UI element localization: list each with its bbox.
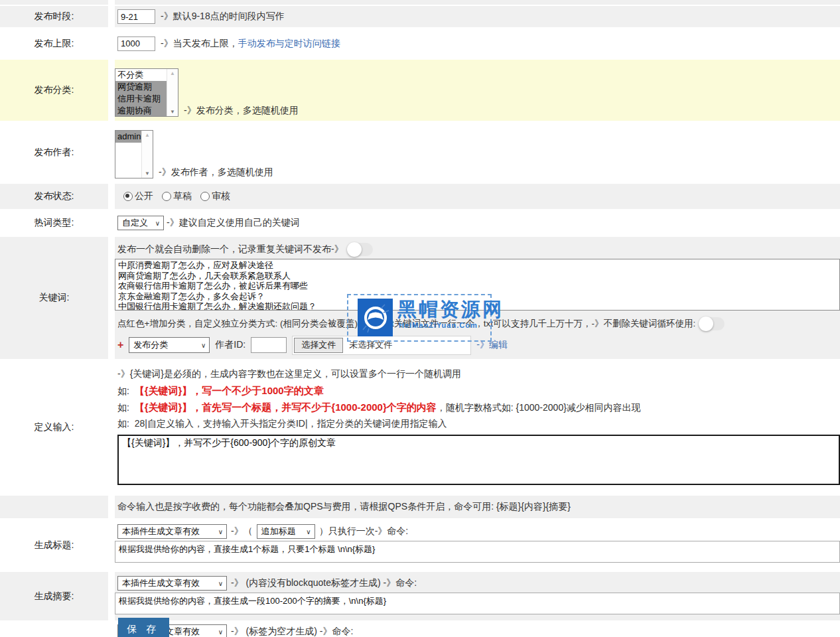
publish-author-content: admin ▲ ▼ -》发布作者，多选随机使用 bbox=[115, 122, 840, 182]
define-hint-line1: -》{关键词}是必须的，生成内容字数也在这里定义，可以设置多个一行一个随机调用 bbox=[117, 368, 840, 385]
gen-summary-mode-value: 本插件生成文章有效 bbox=[122, 577, 200, 589]
chevron-down-icon: ∨ bbox=[306, 528, 311, 535]
form-row-define-input: 定义输入: -》{关键词}是必须的，生成内容字数也在这里定义，可以设置多个一行一… bbox=[0, 360, 840, 494]
publish-time-desc: -》默认9-18点的时间段内写作 bbox=[161, 11, 285, 23]
define-input-content: -》{关键词}是必须的，生成内容字数也在这里定义，可以设置多个一行一个随机调用 … bbox=[115, 360, 840, 494]
publish-author-desc: -》发布作者，多选随机使用 bbox=[159, 167, 273, 178]
publish-category-multiselect[interactable]: 不分类 网贷逾期 信用卡逾期 逾期协商 ▲ ▼ bbox=[115, 68, 178, 117]
scroll-down-icon[interactable]: ▼ bbox=[170, 107, 175, 116]
radio-draft[interactable]: 草稿 bbox=[162, 190, 192, 202]
watermark-url: HeiMaoZiYuan.Com bbox=[399, 321, 478, 329]
define-example-1: 如: 【{关键词}】，写一个不少于1000字的文章 bbox=[117, 385, 840, 401]
gen-title-command-textarea[interactable]: 根据我提供给你的内容，直接生成1个标题，只要1个标题 \n\n{标题} bbox=[115, 541, 840, 563]
define-example-2: 如: 【{关键词}】，首先写一个标题，并写不少于{1000-2000}个字的内容… bbox=[117, 401, 840, 418]
scroll-down-icon[interactable]: ▼ bbox=[145, 169, 150, 178]
form-row-publish-category: 发布分类: 不分类 网贷逾期 信用卡逾期 逾期协商 ▲ ▼ -》发布分类，多选随… bbox=[0, 60, 840, 121]
chevron-down-icon: ∨ bbox=[218, 528, 223, 535]
keyword-category-select[interactable]: 发布分类 ∨ bbox=[129, 337, 210, 353]
example-2-rest: ，随机字数格式如: {1000-2000}减少相同内容出现 bbox=[437, 402, 641, 413]
radio-draft-label: 草稿 bbox=[173, 190, 192, 202]
watermark-logo-icon bbox=[358, 299, 393, 336]
watermark-title: 黑帽资源网 bbox=[397, 300, 504, 319]
option-admin[interactable]: admin bbox=[115, 131, 141, 143]
toggle-knob bbox=[347, 242, 362, 257]
form-row-gen-summary: 生成摘要: 本插件生成文章有效 ∨ -》 (内容没有blockquote标签才生… bbox=[0, 572, 840, 620]
form-row-publish-limit: 发布上限: -》当天发布上限， 手动发布与定时访问链接 bbox=[0, 29, 840, 58]
define-example-3: 如: 28|自定义输入，支持输入开头指定分类ID|，指定分类的关键词使用指定输入 bbox=[117, 418, 840, 431]
form-row-publish-time: 发布时段: -》默认9-18点的时间段内写作 bbox=[0, 6, 840, 27]
chevron-down-icon: ∨ bbox=[201, 342, 206, 349]
author-id-input[interactable] bbox=[251, 337, 287, 353]
gen-summary-content: 本插件生成文章有效 ∨ -》 (内容没有blockquote标签才生成) -》命… bbox=[115, 572, 840, 620]
gen-title-label: 生成标题: bbox=[0, 520, 108, 571]
auto-delete-toggle[interactable] bbox=[348, 243, 373, 256]
scroll-up-icon[interactable]: ▲ bbox=[170, 69, 175, 78]
author-scrollbar[interactable]: ▲ ▼ bbox=[141, 131, 153, 178]
publish-limit-content: -》当天发布上限， 手动发布与定时访问链接 bbox=[115, 29, 840, 58]
form-row-publish-author: 发布作者: admin ▲ ▼ -》发布作者，多选随机使用 bbox=[0, 122, 840, 182]
gen-tags-mid: -》 (标签为空才生成) -》命令: bbox=[231, 626, 353, 637]
gen-title-content: 本插件生成文章有效 ∨ -》（ 追加标题 ∨ ）只执行一次-》命令: 根据我提供… bbox=[115, 520, 840, 571]
gen-summary-command-textarea[interactable]: 根据我提供给你的内容，直接生成一段100-200个字的摘要，\n\n{标题} bbox=[115, 593, 840, 614]
publish-time-content: -》默认9-18点的时间段内写作 bbox=[115, 6, 840, 27]
scroll-up-icon[interactable]: ▲ bbox=[145, 131, 150, 139]
save-button[interactable]: 保 存 bbox=[118, 618, 169, 637]
form-row-publish-status: 发布状态: 公开 草稿 审核 bbox=[0, 184, 840, 209]
publish-limit-label: 发布上限: bbox=[0, 29, 108, 58]
publish-category-content: 不分类 网贷逾期 信用卡逾期 逾期协商 ▲ ▼ -》发布分类，多选随机使用 bbox=[115, 60, 840, 121]
publish-time-input[interactable] bbox=[117, 9, 155, 24]
example-prefix: 如: bbox=[117, 418, 129, 429]
chevron-down-icon: ∨ bbox=[155, 220, 160, 227]
gen-summary-label: 生成摘要: bbox=[0, 572, 108, 620]
publish-category-desc: -》发布分类，多选随机使用 bbox=[184, 105, 299, 117]
gen-title-append-select[interactable]: 追加标题 ∨ bbox=[257, 524, 315, 539]
gen-tags-content: 本插件生成文章有效 ∨ -》 (标签为空才生成) -》命令: bbox=[115, 622, 840, 637]
plugin-settings-page: 发布时段: -》默认9-18点的时间段内写作 发布上限: -》当天发布上限， 手… bbox=[0, 0, 840, 637]
gen-summary-mid: -》 (内容没有blockquote标签才生成) -》命令: bbox=[231, 577, 417, 589]
publish-category-label: 发布分类: bbox=[0, 60, 108, 121]
form-row-gen-title: 生成标题: 本插件生成文章有效 ∨ -》（ 追加标题 ∨ ）只执行一次-》命令:… bbox=[0, 520, 840, 571]
define-input-textarea[interactable]: 【{关键词}】，并写不少于{600-900}个字的原创文章 bbox=[117, 435, 840, 485]
option-overdue-negotiate[interactable]: 逾期协商 bbox=[115, 105, 167, 116]
keywords-toggle-desc: 发布一个就会自动删除一个，记录重复关键词不发布-》 bbox=[117, 244, 344, 255]
publish-status-label: 发布状态: bbox=[0, 184, 108, 209]
example-prefix: 如: bbox=[117, 386, 129, 396]
partial-content-cell bbox=[115, 0, 840, 5]
keep-keywords-toggle[interactable] bbox=[699, 317, 725, 330]
publish-limit-input[interactable] bbox=[117, 36, 155, 51]
hotword-type-label: 热词类型: bbox=[0, 210, 108, 236]
hotword-type-select[interactable]: 自定义 ∨ bbox=[117, 216, 164, 230]
keyword-category-value: 发布分类 bbox=[133, 339, 168, 351]
chevron-down-icon: ∨ bbox=[218, 628, 223, 636]
publish-limit-desc: -》当天发布上限， bbox=[161, 38, 238, 50]
toggle-knob bbox=[699, 317, 713, 331]
option-netloan-overdue[interactable]: 网贷逾期 bbox=[115, 81, 167, 93]
option-uncategorized[interactable]: 不分类 bbox=[115, 69, 167, 81]
gen-title-mode-value: 本插件生成文章有效 bbox=[122, 526, 200, 537]
gen-summary-mode-select[interactable]: 本插件生成文章有效 ∨ bbox=[117, 576, 227, 591]
category-scrollbar[interactable]: ▲ ▼ bbox=[167, 69, 178, 116]
publish-author-options: admin bbox=[115, 131, 141, 178]
gen-title-mid1: -》（ bbox=[231, 526, 253, 537]
author-id-label: 作者ID: bbox=[215, 339, 245, 351]
radio-checked-icon bbox=[123, 192, 133, 201]
partial-label-cell bbox=[0, 0, 108, 5]
watermark: 黑帽资源网 HeiMaoZiYuan.Com bbox=[347, 294, 492, 342]
hotword-type-desc: -》建议自定义使用自己的关键词 bbox=[167, 217, 300, 229]
publish-author-multiselect[interactable]: admin ▲ ▼ bbox=[115, 130, 153, 178]
radio-unchecked-icon bbox=[200, 192, 210, 201]
form-row-command-note: 命令输入也是按字收费的，每个功能都会叠加QPS与费用，请根据QPS条件开启，命令… bbox=[0, 496, 840, 518]
option-creditcard-overdue[interactable]: 信用卡逾期 bbox=[115, 93, 167, 105]
radio-review[interactable]: 审核 bbox=[200, 190, 230, 202]
manual-publish-link[interactable]: 手动发布与定时访问链接 bbox=[238, 38, 340, 50]
choose-file-button[interactable]: 选择文件 bbox=[294, 338, 343, 353]
example-3-text: 28|自定义输入，支持输入开头指定分类ID|，指定分类的关键词使用指定输入 bbox=[135, 418, 447, 429]
radio-public-label: 公开 bbox=[135, 190, 153, 202]
example-prefix: 如: bbox=[117, 402, 129, 413]
hotword-type-value: 自定义 bbox=[122, 217, 148, 229]
gen-title-mode-select[interactable]: 本插件生成文章有效 ∨ bbox=[117, 524, 227, 539]
command-note-label-cell bbox=[0, 496, 108, 518]
add-category-button[interactable]: + bbox=[117, 339, 123, 351]
radio-review-label: 审核 bbox=[212, 190, 230, 202]
radio-public[interactable]: 公开 bbox=[123, 190, 153, 202]
